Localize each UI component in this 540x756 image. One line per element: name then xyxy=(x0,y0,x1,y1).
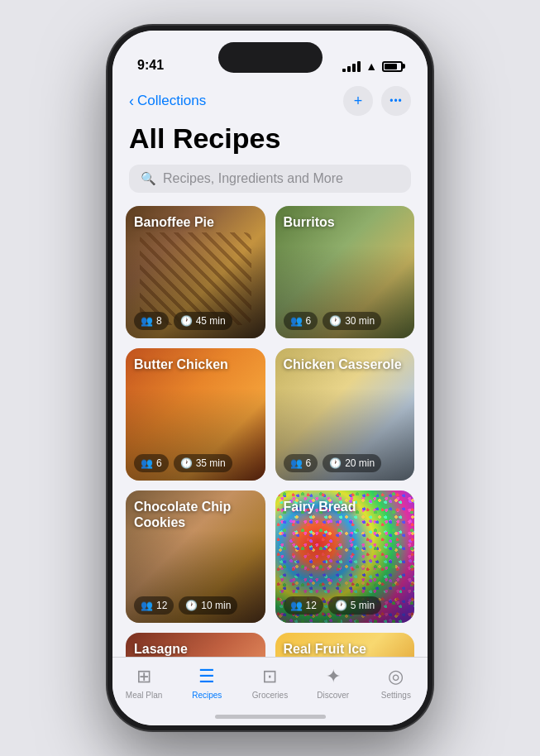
nav-actions: + ••• xyxy=(343,86,411,116)
tab-groceries[interactable]: ⊡ Groceries xyxy=(245,666,294,700)
status-icons: ▲ xyxy=(342,60,403,73)
recipe-card-fairy-bread[interactable]: Fairy Bread 👥 12 🕐 5 min xyxy=(275,490,415,623)
recipe-card-chocolate-chip-cookies[interactable]: Chocolate Chip Cookies 👥 12 🕐 10 min xyxy=(126,490,265,623)
clock-icon: 🕐 xyxy=(329,315,342,327)
servings-pill-burritos: 👥 6 xyxy=(284,312,318,330)
dynamic-island xyxy=(218,42,323,73)
home-indicator xyxy=(215,715,326,719)
recipes-icon: ☰ xyxy=(198,666,215,687)
time-pill-chicken-casserole: 🕐 20 min xyxy=(323,454,381,472)
recipe-title-chocolate-chip-cookies: Chocolate Chip Cookies xyxy=(134,499,252,530)
persons-icon: 👥 xyxy=(290,457,303,469)
time-pill-butter-chicken: 🕐 35 min xyxy=(174,454,232,472)
app-content: ‹ Collections + ••• All Recipes 🔍 Recipe… xyxy=(112,79,428,657)
persons-icon: 👥 xyxy=(290,600,303,611)
tab-meal-plan[interactable]: ⊞ Meal Plan xyxy=(119,666,169,700)
persons-icon: 👥 xyxy=(141,457,153,469)
groceries-icon: ⊡ xyxy=(262,666,277,687)
page-title: All Recipes xyxy=(112,119,428,165)
recipe-card-butter-chicken[interactable]: Butter Chicken 👥 6 🕐 35 min xyxy=(126,348,265,481)
status-time: 9:41 xyxy=(137,58,164,73)
discover-icon: ✦ xyxy=(326,666,341,687)
tab-settings[interactable]: ◎ Settings xyxy=(371,666,421,700)
recipe-card-real-fruit-ice-cream[interactable]: Real Fruit Ice Cream 👥 6 🕐 15 min xyxy=(275,633,415,657)
clock-icon: 🕐 xyxy=(335,600,347,611)
phone-screen: 9:41 ▲ ‹ Collections xyxy=(112,31,428,725)
recipe-title-chicken-casserole: Chicken Casserole xyxy=(284,356,402,372)
phone-shell: 9:41 ▲ ‹ Collections xyxy=(108,26,432,730)
search-input[interactable]: Recipes, Ingredients and More xyxy=(163,171,343,186)
recipe-card-burritos[interactable]: Burritos 👥 6 🕐 30 min xyxy=(275,206,415,338)
clock-icon: 🕐 xyxy=(180,457,193,469)
recipe-title-burritos: Burritos xyxy=(284,214,335,230)
time-pill-banoffee-pie: 🕐 45 min xyxy=(174,312,232,330)
persons-icon: 👥 xyxy=(290,315,303,327)
ellipsis-icon: ••• xyxy=(389,95,403,107)
recipe-card-chicken-casserole[interactable]: Chicken Casserole 👥 6 🕐 20 min xyxy=(275,348,415,481)
persons-icon: 👥 xyxy=(141,315,153,327)
nav-bar: ‹ Collections + ••• xyxy=(112,79,428,119)
tab-recipes[interactable]: ☰ Recipes xyxy=(182,666,232,700)
time-pill-fairy-bread: 🕐 5 min xyxy=(328,596,381,615)
settings-icon: ◎ xyxy=(388,666,404,687)
recipe-meta-banoffee-pie: 👥 8 🕐 45 min xyxy=(134,312,232,330)
recipe-title-lasagne: Lasagne xyxy=(134,641,188,657)
servings-pill-chocolate-chip-cookies: 👥 12 xyxy=(134,596,174,615)
recipe-card-lasagne[interactable]: Lasagne 👥 8 🕐 40 min xyxy=(126,633,265,657)
tab-discover-label: Discover xyxy=(317,691,349,700)
wifi-icon: ▲ xyxy=(366,60,377,73)
search-icon: 🔍 xyxy=(141,171,156,186)
tab-meal-plan-label: Meal Plan xyxy=(126,691,162,700)
search-bar[interactable]: 🔍 Recipes, Ingredients and More xyxy=(129,165,411,193)
time-pill-burritos: 🕐 30 min xyxy=(323,312,381,330)
battery-icon xyxy=(382,61,403,72)
persons-icon: 👥 xyxy=(141,600,153,611)
more-button[interactable]: ••• xyxy=(381,86,411,116)
add-button[interactable]: + xyxy=(343,86,373,116)
servings-pill-banoffee-pie: 👥 8 xyxy=(134,312,169,330)
tab-recipes-label: Recipes xyxy=(192,691,222,700)
signal-bars-icon xyxy=(342,61,361,72)
recipe-title-real-fruit-ice-cream: Real Fruit Ice Cream xyxy=(284,641,402,657)
recipe-grid: Banoffee Pie 👥 8 🕐 45 min Burritos 👥 6 xyxy=(112,206,428,657)
servings-pill-butter-chicken: 👥 6 xyxy=(134,454,169,472)
tab-discover[interactable]: ✦ Discover xyxy=(308,666,358,700)
clock-icon: 🕐 xyxy=(329,457,342,469)
recipe-card-banoffee-pie[interactable]: Banoffee Pie 👥 8 🕐 45 min xyxy=(126,206,265,338)
recipe-title-butter-chicken: Butter Chicken xyxy=(134,356,228,372)
time-pill-chocolate-chip-cookies: 🕐 10 min xyxy=(179,596,237,615)
servings-pill-chicken-casserole: 👥 6 xyxy=(284,454,318,472)
meal-plan-icon: ⊞ xyxy=(136,666,151,687)
recipe-title-fairy-bread: Fairy Bread xyxy=(284,499,356,514)
servings-pill-fairy-bread: 👥 12 xyxy=(284,596,323,615)
chevron-left-icon: ‹ xyxy=(129,93,134,110)
recipe-meta-chicken-casserole: 👥 6 🕐 20 min xyxy=(284,454,382,472)
plus-icon: + xyxy=(354,93,363,110)
recipe-title-banoffee-pie: Banoffee Pie xyxy=(134,214,214,230)
tab-settings-label: Settings xyxy=(381,691,411,700)
recipe-meta-butter-chicken: 👥 6 🕐 35 min xyxy=(134,454,232,472)
back-button[interactable]: ‹ Collections xyxy=(129,93,206,110)
clock-icon: 🕐 xyxy=(185,600,198,611)
recipe-meta-chocolate-chip-cookies: 👥 12 🕐 10 min xyxy=(134,596,237,615)
clock-icon: 🕐 xyxy=(180,315,193,327)
back-label: Collections xyxy=(137,93,206,109)
recipe-meta-fairy-bread: 👥 12 🕐 5 min xyxy=(284,596,382,615)
recipe-meta-burritos: 👥 6 🕐 30 min xyxy=(284,312,382,330)
tab-groceries-label: Groceries xyxy=(252,691,288,700)
